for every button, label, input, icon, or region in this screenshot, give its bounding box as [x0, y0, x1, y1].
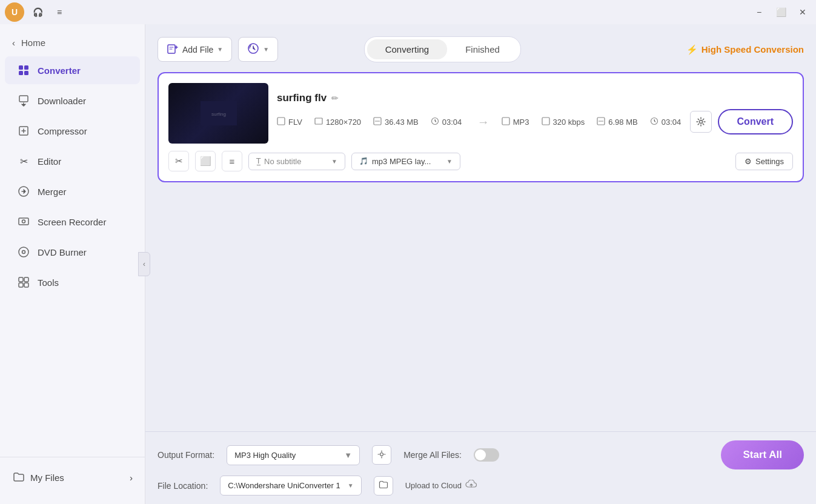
- audio-track-select[interactable]: 🎵 mp3 MPEG lay... ▼: [351, 153, 460, 170]
- maximize-button[interactable]: ⬜: [772, 4, 789, 21]
- file-location-label: File Location:: [158, 481, 208, 491]
- add-url-button[interactable]: ▼: [238, 37, 278, 62]
- location-chevron-icon: ▼: [348, 482, 354, 489]
- settings-gear-icon: ⚙: [745, 157, 752, 166]
- editor-icon: ✂: [17, 154, 30, 168]
- sidebar-my-files[interactable]: My Files ›: [0, 463, 145, 492]
- convert-button[interactable]: Convert: [718, 109, 793, 134]
- conversion-arrow: →: [465, 115, 502, 129]
- start-all-button[interactable]: Start All: [721, 440, 804, 469]
- file-location-value: C:\Wondershare UniConverter 1: [228, 481, 340, 490]
- file-location-select[interactable]: C:\Wondershare UniConverter 1 ▼: [220, 476, 361, 496]
- audio-track-value: mp3 MPEG lay...: [372, 157, 431, 166]
- svg-rect-23: [502, 118, 509, 125]
- upload-label: Upload to Cloud: [405, 481, 462, 490]
- output-format-select[interactable]: MP3 High Quality ▼: [227, 445, 360, 465]
- tab-finished[interactable]: Finished: [447, 39, 518, 59]
- toggle-thumb: [475, 449, 486, 460]
- subtitle-value: No subtitle: [264, 157, 301, 166]
- svg-point-28: [380, 453, 383, 456]
- add-url-chevron-icon: ▼: [263, 46, 269, 53]
- downloader-label: Downloader: [38, 96, 86, 106]
- more-button[interactable]: ≡: [222, 151, 242, 171]
- add-file-label: Add File: [182, 45, 213, 55]
- subtitle-icon: T̲: [256, 157, 260, 165]
- settings-button[interactable]: ⚙ Settings: [735, 153, 793, 170]
- svg-point-8: [22, 220, 25, 223]
- svg-rect-11: [19, 277, 23, 282]
- sidebar-item-merger[interactable]: Merger: [5, 177, 140, 205]
- tools-icon: [17, 276, 30, 289]
- add-file-chevron-icon: ▼: [217, 46, 223, 53]
- compressor-label: Compressor: [38, 126, 87, 136]
- arrow-icon: →: [477, 115, 489, 129]
- bitrate-icon: [542, 117, 550, 127]
- cut-button[interactable]: ✂: [168, 151, 189, 171]
- svg-point-9: [19, 247, 28, 257]
- edit-file-name-icon[interactable]: ✏: [331, 93, 339, 103]
- sidebar-item-screen-recorder[interactable]: Screen Recorder: [5, 208, 140, 236]
- menu-button[interactable]: ≡: [51, 4, 68, 21]
- output-size-icon: [597, 117, 605, 127]
- add-file-button[interactable]: Add File ▼: [158, 37, 232, 62]
- file-thumbnail: surfing: [168, 83, 268, 144]
- converter-label: Converter: [38, 65, 81, 76]
- home-label: Home: [21, 38, 45, 48]
- my-files-chevron: ›: [130, 472, 133, 483]
- close-button[interactable]: ✕: [794, 4, 811, 21]
- sidebar-item-converter[interactable]: Converter: [5, 56, 140, 84]
- sidebar-item-dvd-burner[interactable]: DVD Burner: [5, 238, 140, 266]
- sidebar-item-compressor[interactable]: Compressor: [5, 117, 140, 145]
- crop-button[interactable]: ⬜: [195, 151, 216, 171]
- sidebar-item-editor[interactable]: ✂ Editor: [5, 147, 140, 175]
- editor-label: Editor: [38, 156, 61, 167]
- output-duration-icon: [650, 117, 658, 127]
- file-meta-row: FLV 1280×720: [277, 109, 793, 134]
- bitrate-value: 320 kbps: [553, 118, 585, 127]
- format-settings-button[interactable]: [372, 445, 391, 465]
- user-icon: U: [5, 2, 24, 22]
- upload-to-cloud[interactable]: Upload to Cloud: [405, 480, 477, 491]
- toolbar: Add File ▼ ▼ Converting Finished ⚡ High …: [158, 36, 804, 62]
- bottom-row-2: File Location: C:\Wondershare UniConvert…: [158, 476, 804, 496]
- svg-rect-1: [24, 65, 28, 70]
- source-meta-group: FLV 1280×720: [277, 117, 465, 127]
- headphone-button[interactable]: 🎧: [29, 4, 46, 21]
- output-size: 6.98 MB: [597, 117, 637, 127]
- tab-converting[interactable]: Converting: [367, 39, 448, 59]
- sidebar-item-tools[interactable]: Tools: [5, 268, 140, 296]
- merge-label: Merge All Files:: [403, 450, 462, 460]
- more-icon: ≡: [230, 156, 235, 167]
- minimize-button[interactable]: −: [751, 4, 768, 21]
- sidebar-home[interactable]: ‹ Home: [0, 30, 145, 55]
- file-settings-icon-btn[interactable]: [690, 111, 712, 133]
- duration-value: 03:04: [442, 118, 462, 127]
- chevron-left-icon: ‹: [12, 38, 15, 48]
- output-format-icon: [502, 117, 510, 127]
- svg-point-27: [699, 121, 702, 124]
- sidebar-collapse-btn[interactable]: ‹: [138, 252, 150, 276]
- source-format: FLV: [277, 117, 302, 127]
- crop-icon: ⬜: [200, 156, 211, 167]
- downloader-icon: [17, 94, 30, 107]
- output-bitrate: 320 kbps: [542, 117, 585, 127]
- format-value: FLV: [288, 118, 302, 127]
- format-settings-icon: [377, 449, 386, 461]
- settings-label: Settings: [755, 157, 784, 166]
- svg-point-10: [22, 251, 25, 254]
- output-format-value: MP3: [513, 118, 529, 127]
- tools-label: Tools: [38, 277, 59, 288]
- add-url-icon: [247, 42, 259, 56]
- file-info: surfing flv ✏ FLV: [277, 92, 793, 134]
- subtitle-select[interactable]: T̲ No subtitle ▼: [248, 153, 345, 170]
- size-value: 36.43 MB: [385, 118, 419, 127]
- svg-rect-24: [542, 118, 549, 125]
- merge-toggle[interactable]: [474, 448, 499, 462]
- audio-icon: 🎵: [359, 157, 368, 165]
- browse-folder-button[interactable]: [374, 476, 393, 496]
- main-content: Add File ▼ ▼ Converting Finished ⚡ High …: [145, 24, 816, 504]
- high-speed-label: High Speed Conversion: [702, 44, 804, 55]
- titlebar: U 🎧 ≡ − ⬜ ✕: [0, 0, 816, 24]
- sidebar-item-downloader[interactable]: Downloader: [5, 87, 140, 114]
- source-resolution: 1280×720: [314, 117, 361, 127]
